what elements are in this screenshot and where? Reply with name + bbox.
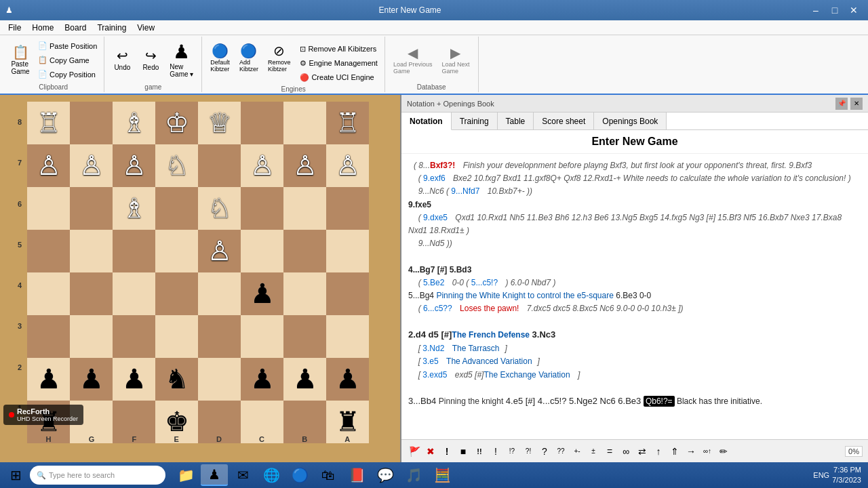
board-cell-H2[interactable]: ♟: [27, 358, 70, 401]
link-6c5[interactable]: 6...c5??: [423, 304, 452, 313]
board-cell-G4[interactable]: [70, 272, 113, 315]
board-cell-F3[interactable]: [113, 315, 155, 358]
taskbar-search[interactable]: 🔍 Type here to search: [30, 466, 165, 485]
good-move-icon[interactable]: !: [439, 444, 454, 459]
copy-position-button[interactable]: 📄 Copy Position: [35, 68, 100, 81]
board-cell-C8[interactable]: [241, 102, 283, 144]
board-cell-A2[interactable]: ♟: [326, 358, 369, 401]
board-cell-D3[interactable]: [198, 315, 241, 358]
load-prev-button[interactable]: ◀ Load PreviousGame: [389, 40, 437, 81]
taskbar-app-calc[interactable]: 🧮: [429, 464, 456, 486]
board-cell-B2[interactable]: ♟: [283, 358, 326, 401]
board-cell-G8[interactable]: [70, 102, 113, 144]
panel-pin-button[interactable]: 📌: [835, 98, 848, 110]
board-cell-B3[interactable]: [283, 315, 326, 358]
taskbar-app-mail[interactable]: ✉: [229, 464, 256, 486]
link-9nfd7[interactable]: 9...Nfd7: [451, 186, 479, 196]
infinity-icon[interactable]: ∞: [618, 444, 633, 459]
taskbar-app-chess[interactable]: ♟: [201, 464, 228, 486]
delete-icon[interactable]: ✖: [423, 444, 438, 459]
link-3e5[interactable]: 3.e5: [422, 357, 438, 366]
eq-icon[interactable]: =: [602, 444, 617, 459]
q-excl-icon[interactable]: ?!: [521, 444, 536, 459]
link-5c5[interactable]: 5...c5!?: [471, 278, 498, 287]
tab-training[interactable]: Training: [452, 113, 498, 129]
start-button[interactable]: ⊞: [3, 464, 28, 486]
board-cell-C4[interactable]: ♟: [241, 272, 283, 315]
new-game-button[interactable]: ♟ NewGame ▾: [165, 40, 197, 81]
excl-icon[interactable]: !: [488, 444, 503, 459]
board-cell-A8[interactable]: ♖: [326, 102, 369, 144]
undo-button[interactable]: ↩ Undo: [108, 40, 136, 81]
remove-all-kibitzers-button[interactable]: ⊡ Remove All Kibitzers: [297, 42, 380, 56]
pencil-icon[interactable]: ✏: [716, 444, 731, 459]
panel-close-button[interactable]: ✕: [850, 98, 863, 110]
default-kibitzer-button[interactable]: 🔵 DefaultKibtzer: [206, 38, 234, 79]
arrows-icon[interactable]: ⇄: [635, 444, 650, 459]
paste-game-button[interactable]: 📋 PasteGame: [7, 40, 34, 81]
board-cell-G7[interactable]: ♙: [70, 144, 113, 187]
board-cell-B6[interactable]: [283, 187, 326, 230]
taskbar-app-store[interactable]: 🛍: [315, 464, 342, 486]
menu-file[interactable]: File: [3, 22, 26, 34]
taskbar-app-acrobat[interactable]: 📕: [343, 464, 370, 486]
flag-icon[interactable]: 🚩: [407, 444, 422, 459]
board-cell-E8[interactable]: ♔: [155, 102, 198, 144]
taskbar-app-music[interactable]: 🎵: [400, 464, 427, 486]
board-cell-A4[interactable]: [326, 272, 369, 315]
board-cell-F5[interactable]: [113, 230, 155, 272]
board-cell-F6[interactable]: ♗: [113, 187, 155, 230]
taskbar-app-skype[interactable]: 💬: [372, 464, 399, 486]
minimize-button[interactable]: –: [807, 3, 825, 17]
excl-q-icon[interactable]: !?: [505, 444, 519, 459]
board-cell-D6[interactable]: ♘: [198, 187, 241, 230]
board-cell-H4[interactable]: [27, 272, 70, 315]
board-cell-F4[interactable]: [113, 272, 155, 315]
board-cell-C7[interactable]: ♙: [241, 144, 283, 187]
board-cell-B8[interactable]: [283, 102, 326, 144]
board-cell-G6[interactable]: [70, 187, 113, 230]
double-excl-icon[interactable]: !!: [472, 444, 487, 459]
board-cell-E7[interactable]: ♘: [155, 144, 198, 187]
board-cell-G5[interactable]: [70, 230, 113, 272]
taskbar-app-explorer[interactable]: 📁: [172, 464, 199, 486]
menu-home[interactable]: Home: [26, 22, 59, 34]
board-cell-A7[interactable]: ♙: [326, 144, 369, 187]
link-9exf6[interactable]: 9.exf6: [423, 174, 446, 183]
board-cell-H7[interactable]: ♙: [27, 144, 70, 187]
board-cell-D2[interactable]: [198, 358, 241, 401]
board-cell-A3[interactable]: [326, 315, 369, 358]
double-q-icon[interactable]: ??: [553, 444, 568, 459]
add-kibitzer-button[interactable]: 🔵 AddKibtzer: [235, 38, 262, 79]
board-cell-D4[interactable]: [198, 272, 241, 315]
link-3nd2[interactable]: 3.Nd2: [422, 344, 444, 353]
board-cell-A6[interactable]: [326, 187, 369, 230]
double-up-icon[interactable]: ⇑: [667, 444, 682, 459]
close-button[interactable]: ✕: [845, 3, 863, 17]
load-next-button[interactable]: ▶ Load NextGame: [437, 40, 473, 81]
link-5be2[interactable]: 5.Be2: [423, 278, 444, 287]
board-cell-H5[interactable]: [27, 230, 70, 272]
plus-eq-icon[interactable]: ±: [586, 444, 601, 459]
tab-notation[interactable]: Notation: [401, 113, 452, 130]
board-cell-E2[interactable]: ♞: [155, 358, 198, 401]
black-square-icon[interactable]: ■: [456, 444, 471, 459]
inf-up-icon[interactable]: ∞↑: [700, 444, 715, 459]
board-cell-B5[interactable]: [283, 230, 326, 272]
plus-minus-icon[interactable]: +-: [570, 444, 585, 459]
board-cell-B4[interactable]: [283, 272, 326, 315]
board-cell-E6[interactable]: [155, 187, 198, 230]
tab-table[interactable]: Table: [498, 113, 534, 129]
menu-board[interactable]: Board: [59, 22, 92, 34]
board-cell-E3[interactable]: [155, 315, 198, 358]
engine-management-button[interactable]: ⚙ Engine Management: [297, 56, 380, 70]
board-cell-C2[interactable]: ♟: [241, 358, 283, 401]
board-cell-G2[interactable]: ♟: [70, 358, 113, 401]
board-cell-D7[interactable]: [198, 144, 241, 187]
notation-content[interactable]: ( 8...Bxf3?! Finish your developnment be…: [401, 154, 868, 439]
maximize-button[interactable]: □: [826, 3, 844, 17]
paste-position-button[interactable]: 📄 Paste Position: [35, 39, 100, 53]
menu-view[interactable]: View: [132, 22, 160, 34]
board-cell-B7[interactable]: ♙: [283, 144, 326, 187]
redo-button[interactable]: ↪ Redo: [137, 40, 164, 81]
